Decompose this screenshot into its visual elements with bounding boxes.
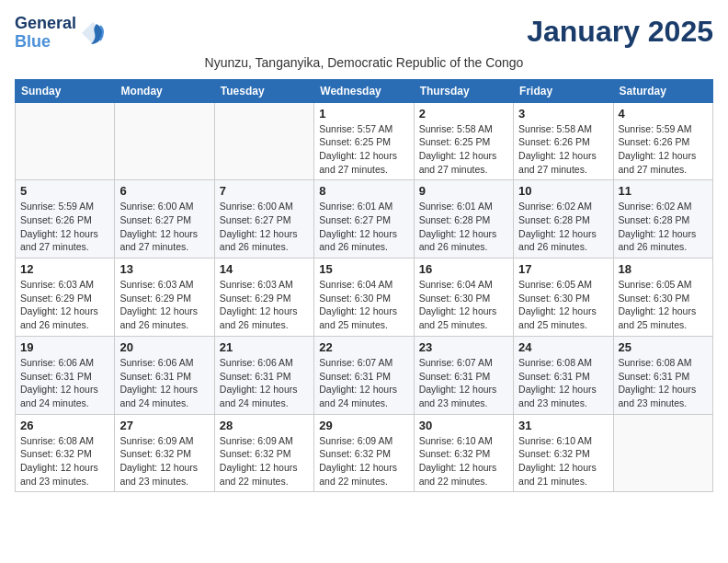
day-info: Sunrise: 6:01 AM Sunset: 6:27 PM Dayligh… bbox=[319, 200, 408, 254]
day-number: 18 bbox=[619, 262, 708, 276]
day-info: Sunrise: 6:09 AM Sunset: 6:32 PM Dayligh… bbox=[319, 434, 408, 488]
calendar-cell: 13Sunrise: 6:03 AM Sunset: 6:29 PM Dayli… bbox=[115, 259, 214, 337]
weekday-header-saturday: Saturday bbox=[613, 79, 712, 102]
day-info: Sunrise: 6:08 AM Sunset: 6:31 PM Dayligh… bbox=[619, 356, 708, 410]
day-info: Sunrise: 6:04 AM Sunset: 6:30 PM Dayligh… bbox=[319, 278, 408, 332]
day-info: Sunrise: 6:00 AM Sunset: 6:27 PM Dayligh… bbox=[220, 200, 309, 254]
day-number: 15 bbox=[319, 262, 408, 276]
calendar-week-1: 1Sunrise: 5:57 AM Sunset: 6:25 PM Daylig… bbox=[16, 102, 713, 180]
calendar-cell: 2Sunrise: 5:58 AM Sunset: 6:25 PM Daylig… bbox=[414, 102, 513, 180]
day-number: 11 bbox=[619, 184, 708, 198]
day-info: Sunrise: 6:09 AM Sunset: 6:32 PM Dayligh… bbox=[119, 434, 209, 488]
day-number: 13 bbox=[119, 262, 209, 276]
calendar-cell: 17Sunrise: 6:05 AM Sunset: 6:30 PM Dayli… bbox=[514, 259, 613, 337]
day-number: 5 bbox=[20, 184, 109, 198]
day-info: Sunrise: 6:00 AM Sunset: 6:27 PM Dayligh… bbox=[119, 200, 209, 254]
day-info: Sunrise: 6:02 AM Sunset: 6:28 PM Dayligh… bbox=[518, 200, 608, 254]
day-info: Sunrise: 6:10 AM Sunset: 6:32 PM Dayligh… bbox=[419, 434, 508, 488]
calendar-cell: 30Sunrise: 6:10 AM Sunset: 6:32 PM Dayli… bbox=[414, 414, 513, 492]
day-info: Sunrise: 6:06 AM Sunset: 6:31 PM Dayligh… bbox=[20, 356, 109, 410]
day-info: Sunrise: 6:06 AM Sunset: 6:31 PM Dayligh… bbox=[220, 356, 309, 410]
calendar-cell: 29Sunrise: 6:09 AM Sunset: 6:32 PM Dayli… bbox=[314, 414, 414, 492]
weekday-header-friday: Friday bbox=[514, 79, 613, 102]
day-info: Sunrise: 5:58 AM Sunset: 6:25 PM Dayligh… bbox=[419, 122, 508, 177]
day-number: 27 bbox=[119, 419, 209, 432]
weekday-header-wednesday: Wednesday bbox=[314, 79, 414, 102]
logo: GeneralBlue bbox=[15, 15, 106, 52]
calendar-cell: 23Sunrise: 6:07 AM Sunset: 6:31 PM Dayli… bbox=[414, 336, 513, 414]
weekday-header-monday: Monday bbox=[115, 79, 214, 102]
calendar-cell bbox=[613, 414, 712, 492]
calendar-subtitle: Nyunzu, Tanganyika, Democratic Republic … bbox=[15, 55, 713, 70]
logo-icon bbox=[80, 20, 106, 46]
calendar-cell: 20Sunrise: 6:06 AM Sunset: 6:31 PM Dayli… bbox=[115, 336, 214, 414]
day-number: 22 bbox=[319, 340, 408, 354]
day-number: 31 bbox=[518, 419, 608, 432]
calendar-body: 1Sunrise: 5:57 AM Sunset: 6:25 PM Daylig… bbox=[16, 102, 713, 492]
calendar-cell: 4Sunrise: 5:59 AM Sunset: 6:26 PM Daylig… bbox=[613, 102, 712, 180]
calendar-cell: 7Sunrise: 6:00 AM Sunset: 6:27 PM Daylig… bbox=[214, 180, 313, 259]
day-number: 29 bbox=[319, 419, 408, 432]
day-number: 2 bbox=[419, 107, 508, 121]
calendar-cell: 10Sunrise: 6:02 AM Sunset: 6:28 PM Dayli… bbox=[514, 180, 613, 259]
day-info: Sunrise: 6:06 AM Sunset: 6:31 PM Dayligh… bbox=[119, 356, 209, 410]
calendar-cell: 28Sunrise: 6:09 AM Sunset: 6:32 PM Dayli… bbox=[214, 414, 313, 492]
day-number: 1 bbox=[319, 107, 408, 121]
calendar-cell: 9Sunrise: 6:01 AM Sunset: 6:28 PM Daylig… bbox=[414, 180, 513, 259]
calendar-cell: 15Sunrise: 6:04 AM Sunset: 6:30 PM Dayli… bbox=[314, 259, 414, 337]
day-info: Sunrise: 5:59 AM Sunset: 6:26 PM Dayligh… bbox=[619, 122, 708, 177]
day-info: Sunrise: 6:02 AM Sunset: 6:28 PM Dayligh… bbox=[619, 200, 708, 254]
calendar-cell: 14Sunrise: 6:03 AM Sunset: 6:29 PM Dayli… bbox=[214, 259, 313, 337]
calendar-cell: 16Sunrise: 6:04 AM Sunset: 6:30 PM Dayli… bbox=[414, 259, 513, 337]
calendar-cell: 8Sunrise: 6:01 AM Sunset: 6:27 PM Daylig… bbox=[314, 180, 414, 259]
month-title: January 2025 bbox=[527, 15, 713, 49]
day-info: Sunrise: 5:58 AM Sunset: 6:26 PM Dayligh… bbox=[518, 122, 608, 177]
calendar-cell: 19Sunrise: 6:06 AM Sunset: 6:31 PM Dayli… bbox=[16, 336, 115, 414]
day-number: 10 bbox=[518, 184, 608, 198]
day-info: Sunrise: 6:08 AM Sunset: 6:31 PM Dayligh… bbox=[518, 356, 608, 410]
day-info: Sunrise: 6:03 AM Sunset: 6:29 PM Dayligh… bbox=[119, 278, 209, 332]
day-number: 7 bbox=[220, 184, 309, 198]
calendar-cell: 31Sunrise: 6:10 AM Sunset: 6:32 PM Dayli… bbox=[514, 414, 613, 492]
weekday-header-thursday: Thursday bbox=[414, 79, 513, 102]
calendar-cell: 27Sunrise: 6:09 AM Sunset: 6:32 PM Dayli… bbox=[115, 414, 214, 492]
day-info: Sunrise: 6:05 AM Sunset: 6:30 PM Dayligh… bbox=[619, 278, 708, 332]
calendar-cell: 26Sunrise: 6:08 AM Sunset: 6:32 PM Dayli… bbox=[16, 414, 115, 492]
day-info: Sunrise: 5:59 AM Sunset: 6:26 PM Dayligh… bbox=[20, 200, 109, 254]
day-number: 6 bbox=[119, 184, 209, 198]
logo-text: GeneralBlue bbox=[15, 15, 76, 52]
day-number: 4 bbox=[619, 107, 708, 121]
day-info: Sunrise: 6:03 AM Sunset: 6:29 PM Dayligh… bbox=[220, 278, 309, 332]
calendar-cell: 25Sunrise: 6:08 AM Sunset: 6:31 PM Dayli… bbox=[613, 336, 712, 414]
calendar-week-2: 5Sunrise: 5:59 AM Sunset: 6:26 PM Daylig… bbox=[16, 180, 713, 259]
calendar-cell bbox=[115, 102, 214, 180]
calendar-week-3: 12Sunrise: 6:03 AM Sunset: 6:29 PM Dayli… bbox=[16, 259, 713, 337]
calendar-cell: 22Sunrise: 6:07 AM Sunset: 6:31 PM Dayli… bbox=[314, 336, 414, 414]
calendar-cell: 1Sunrise: 5:57 AM Sunset: 6:25 PM Daylig… bbox=[314, 102, 414, 180]
weekday-header-tuesday: Tuesday bbox=[214, 79, 313, 102]
calendar-week-5: 26Sunrise: 6:08 AM Sunset: 6:32 PM Dayli… bbox=[16, 414, 713, 492]
day-info: Sunrise: 6:08 AM Sunset: 6:32 PM Dayligh… bbox=[20, 434, 109, 488]
day-info: Sunrise: 6:04 AM Sunset: 6:30 PM Dayligh… bbox=[419, 278, 508, 332]
day-info: Sunrise: 5:57 AM Sunset: 6:25 PM Dayligh… bbox=[319, 122, 408, 177]
day-number: 12 bbox=[20, 262, 109, 276]
day-number: 3 bbox=[518, 107, 608, 121]
calendar-cell: 18Sunrise: 6:05 AM Sunset: 6:30 PM Dayli… bbox=[613, 259, 712, 337]
day-info: Sunrise: 6:07 AM Sunset: 6:31 PM Dayligh… bbox=[419, 356, 508, 410]
page-header: GeneralBlue January 2025 bbox=[15, 15, 713, 52]
day-number: 24 bbox=[518, 340, 608, 354]
day-number: 8 bbox=[319, 184, 408, 198]
day-number: 26 bbox=[20, 419, 109, 432]
day-number: 17 bbox=[518, 262, 608, 276]
day-number: 25 bbox=[619, 340, 708, 354]
day-number: 30 bbox=[419, 419, 508, 432]
day-number: 14 bbox=[220, 262, 309, 276]
calendar-week-4: 19Sunrise: 6:06 AM Sunset: 6:31 PM Dayli… bbox=[16, 336, 713, 414]
calendar-cell bbox=[16, 102, 115, 180]
weekday-header-row: SundayMondayTuesdayWednesdayThursdayFrid… bbox=[16, 79, 713, 102]
calendar-table: SundayMondayTuesdayWednesdayThursdayFrid… bbox=[15, 79, 713, 493]
day-info: Sunrise: 6:01 AM Sunset: 6:28 PM Dayligh… bbox=[419, 200, 508, 254]
day-number: 21 bbox=[220, 340, 309, 354]
day-number: 20 bbox=[119, 340, 209, 354]
calendar-cell: 6Sunrise: 6:00 AM Sunset: 6:27 PM Daylig… bbox=[115, 180, 214, 259]
